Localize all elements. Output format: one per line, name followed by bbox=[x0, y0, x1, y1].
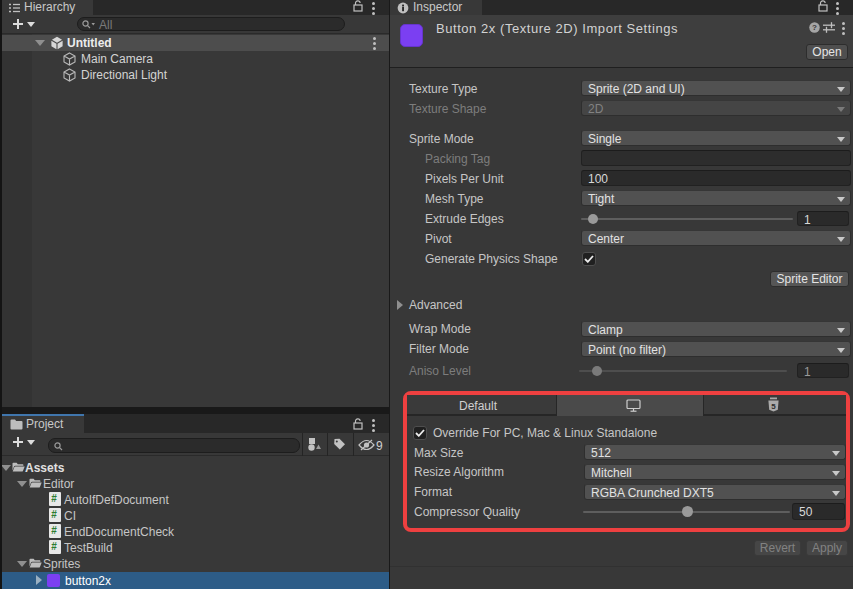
svg-text:5: 5 bbox=[771, 402, 776, 411]
svg-text:?: ? bbox=[812, 23, 817, 32]
